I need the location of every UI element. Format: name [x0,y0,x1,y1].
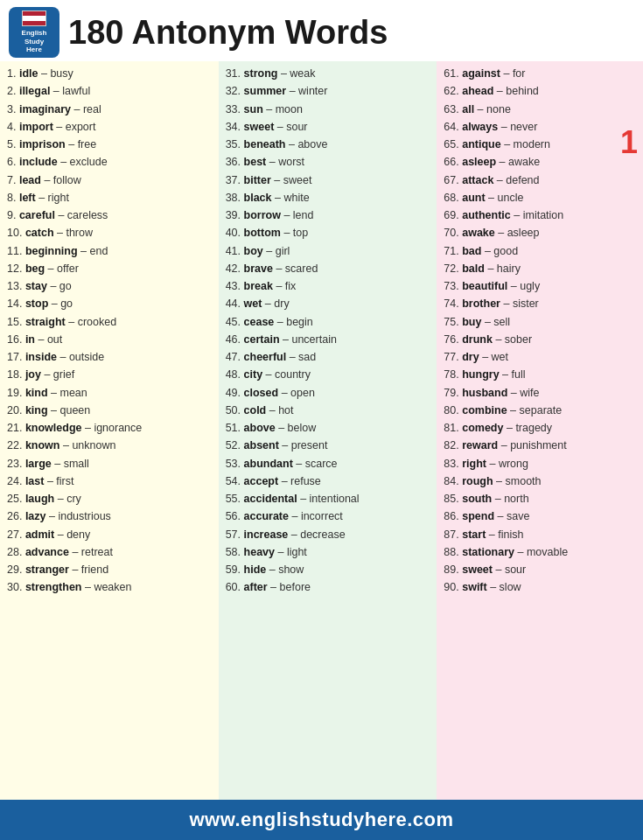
word: break [244,280,273,292]
dash: – [81,422,94,434]
word: certain [244,333,280,346]
list-item: 58. heavy – light [226,543,432,561]
item-number: 70. [444,227,458,239]
item-number: 51. [226,422,241,434]
dash: – [263,245,276,257]
dash: – [41,174,53,186]
antonym: industrious [58,510,110,522]
word: beginning [25,245,78,257]
item-number: 68. [444,192,458,204]
dash: – [486,458,499,470]
list-item: 11. beginning – end [7,242,213,260]
list-item: 1. idle – busy [7,65,213,82]
antonym: friend [81,564,108,576]
list-item: 3. imaginary – real [7,101,213,118]
item-number: 54. [226,475,241,487]
dash: – [285,138,297,150]
word: attack [462,174,493,186]
antonym: intentional [310,493,360,505]
list-item: 69. authentic – imitation [444,206,638,224]
word: joy [25,368,41,381]
dash: – [274,316,286,328]
word: husband [462,387,507,399]
antonym: end [90,245,108,257]
dash: – [273,280,285,292]
antonym: asleep [507,227,540,239]
item-number: 37. [226,174,241,186]
antonym: export [66,121,96,133]
word: large [25,458,52,470]
list-item: 65. antique – modern [444,136,638,153]
item-number: 61. [444,67,458,80]
dash: – [286,351,298,363]
word: hide [244,564,267,576]
item-number: 7. [7,174,16,186]
item-number: 86. [444,510,458,522]
dash: – [493,475,506,487]
word: bitter [244,174,271,186]
antonym: grief [53,368,74,381]
dash: – [495,227,507,239]
list-item: 34. sweet – sour [226,118,432,136]
list-item: 18. joy – grief [7,366,213,383]
item-number: 88. [444,546,458,558]
list-item: 43. break – fix [226,277,432,295]
list-item: 7. lead – follow [7,172,213,189]
logo-text: English StudyHere [12,29,56,54]
antonym: weak [290,67,315,80]
dash: – [35,333,47,346]
word: sweet [462,564,493,576]
word: last [25,475,45,487]
dash: – [57,351,69,363]
word: strong [244,67,278,80]
item-number: 24. [7,475,22,487]
antonym: deny [66,528,90,541]
item-number: 10. [7,227,22,239]
item-number: 35. [226,138,241,150]
item-number: 63. [444,103,458,116]
word: beautiful [462,280,507,292]
dash: – [479,351,492,363]
footer-url: www.englishstudyhere.com [189,808,453,830]
word: wet [244,298,262,310]
word: king [25,404,48,416]
dash: – [485,262,497,275]
item-number: 4. [7,121,16,133]
antonym: sober [505,333,532,346]
list-item: 83. right – wrong [444,455,638,472]
item-number: 23. [7,458,22,470]
word: brave [244,262,273,275]
antonym: ignorance [94,422,142,434]
word: stationary [462,546,514,558]
word: after [244,581,268,593]
list-item: 57. increase – decrease [226,526,432,543]
antonym: wet [492,351,508,363]
word: all [462,103,474,116]
list-item: 24. last – first [7,472,213,490]
item-number: 46. [226,333,241,346]
dash: – [507,280,520,292]
dash: – [59,439,72,452]
antonym: defend [506,174,539,186]
antonym: girl [276,245,290,257]
dash: – [66,316,78,328]
item-number: 67. [444,174,458,186]
antonym: sour [286,121,307,133]
item-number: 30. [7,581,22,593]
dash: – [262,298,274,310]
dash: – [50,85,62,97]
item-number: 39. [226,209,241,221]
item-number: 11. [7,245,22,257]
list-item: 29. stranger – friend [7,561,213,578]
word: hungry [462,368,499,381]
logo: English StudyHere [9,7,59,58]
antonym: weaken [94,581,131,593]
item-number: 40. [226,227,241,239]
antonym: hairy [497,262,521,275]
antonym: finish [498,528,523,541]
dash: – [262,368,275,381]
word: drunk [462,333,493,346]
antonym: good [493,245,518,257]
dash: – [48,298,60,310]
word: buy [462,316,481,328]
